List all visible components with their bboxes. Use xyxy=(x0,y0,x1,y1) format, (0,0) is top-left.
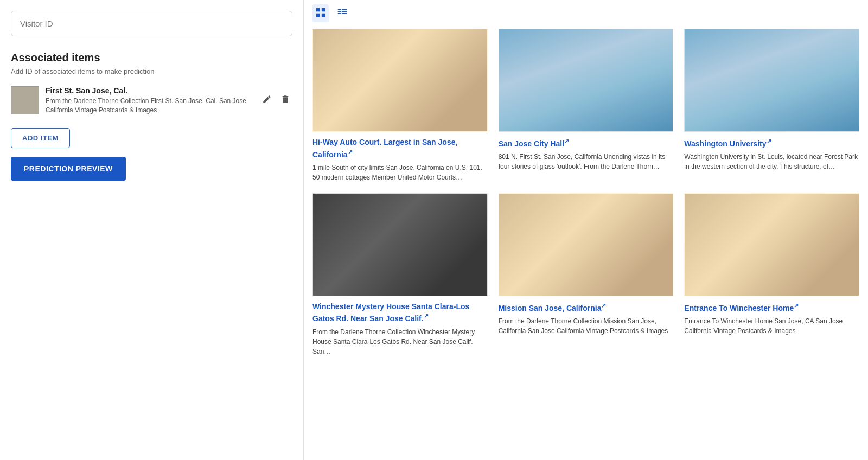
external-link-icon: ↗ xyxy=(348,149,353,155)
item-description: 1 mile South of city limits San Jose, Ca… xyxy=(312,163,488,182)
item-thumbnail xyxy=(11,86,39,114)
add-item-button[interactable]: ADD ITEM xyxy=(11,128,70,148)
item-actions xyxy=(260,92,292,109)
item-description: Washington University in St. Louis, loca… xyxy=(684,152,859,171)
pencil-icon xyxy=(262,94,272,104)
results-grid: Hi-Way Auto Court. Largest in San Jose, … xyxy=(312,29,859,356)
item-title-link[interactable]: Mission San Jose, California↗ xyxy=(499,302,674,314)
list-view-button[interactable] xyxy=(334,4,350,22)
grid-item: Entrance To Winchester Home↗ Entrance To… xyxy=(684,193,859,356)
item-title-link[interactable]: San Jose City Hall↗ xyxy=(499,137,674,149)
associated-items-title: Associated items xyxy=(11,52,292,64)
item-title-link[interactable]: Winchester Mystery House Santa Clara-Los… xyxy=(312,302,488,324)
external-link-icon: ↗ xyxy=(564,138,569,144)
associated-item-card: First St. San Jose, Cal. From the Darlen… xyxy=(11,86,292,115)
item-image xyxy=(312,193,488,296)
left-panel: Associated items Add ID of associated it… xyxy=(0,0,304,460)
grid-item: San Jose City Hall↗ 801 N. First St. San… xyxy=(499,29,674,182)
item-image xyxy=(499,193,674,296)
list-icon xyxy=(336,7,348,18)
edit-item-button[interactable] xyxy=(260,92,274,109)
item-image xyxy=(684,29,859,132)
grid-item: Washington University↗ Washington Univer… xyxy=(684,29,859,182)
item-info: First St. San Jose, Cal. From the Darlen… xyxy=(46,86,253,115)
item-image xyxy=(312,29,488,132)
item-title: First St. San Jose, Cal. xyxy=(46,86,253,95)
item-title-link[interactable]: Entrance To Winchester Home↗ xyxy=(684,302,859,314)
item-image xyxy=(499,29,674,132)
grid-item: Hi-Way Auto Court. Largest in San Jose, … xyxy=(312,29,488,182)
grid-view-button[interactable] xyxy=(312,4,329,22)
item-title-link[interactable]: Hi-Way Auto Court. Largest in San Jose, … xyxy=(312,137,488,160)
item-description: From the Darlene Thorne Collection Missi… xyxy=(499,316,674,336)
external-link-icon: ↗ xyxy=(424,312,429,319)
external-link-icon: ↗ xyxy=(601,302,606,309)
prediction-preview-button[interactable]: PREDICTION PREVIEW xyxy=(11,157,126,181)
external-link-icon: ↗ xyxy=(767,138,771,144)
grid-icon xyxy=(315,7,327,18)
right-panel: Hi-Way Auto Court. Largest in San Jose, … xyxy=(304,0,868,460)
grid-item: Mission San Jose, California↗ From the D… xyxy=(499,193,674,356)
visitor-id-input[interactable] xyxy=(11,11,292,36)
grid-item: Winchester Mystery House Santa Clara-Los… xyxy=(312,193,488,356)
item-title-link[interactable]: Washington University↗ xyxy=(684,137,859,149)
item-description: Entrance To Winchester Home San Jose, CA… xyxy=(684,316,859,336)
item-description: 801 N. First St. San Jose, California Un… xyxy=(499,152,674,171)
trash-icon xyxy=(280,94,290,104)
associated-items-subtitle: Add ID of associated items to make predi… xyxy=(11,67,292,75)
delete-item-button[interactable] xyxy=(278,92,292,109)
view-toolbar xyxy=(312,0,859,29)
external-link-icon: ↗ xyxy=(794,302,799,309)
item-image xyxy=(684,193,859,296)
item-description: From the Darlene Thorne Collection First… xyxy=(46,97,253,115)
item-description: From the Darlene Thorne Collection Winch… xyxy=(312,327,488,356)
